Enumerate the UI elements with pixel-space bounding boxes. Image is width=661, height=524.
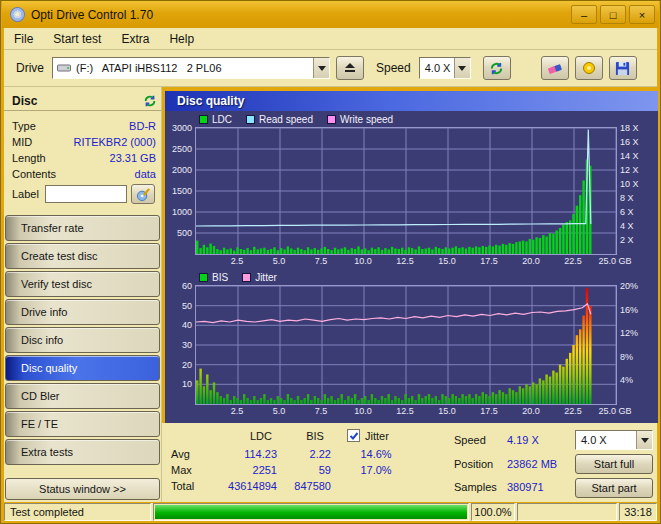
sidebar-item-transfer-rate[interactable]: Transfer rate [5, 215, 160, 241]
disc-pencil-icon [136, 187, 151, 202]
axis-tick: 18 X [620, 123, 639, 133]
maximize-button[interactable]: □ [600, 5, 626, 24]
legend-label: Read speed [259, 114, 313, 125]
axis-tick: 2 X [620, 235, 634, 245]
sidebar-item-fe-te[interactable]: FE / TE [5, 411, 160, 437]
axis-tick: 12.5 [396, 256, 414, 266]
chart-plot-area [195, 127, 617, 255]
options-button[interactable] [575, 56, 603, 80]
disc-length-row: Length 23.31 GB [4, 150, 161, 166]
refresh-disc-button[interactable] [143, 94, 157, 108]
menu-help[interactable]: Help [159, 29, 204, 49]
check-icon [349, 431, 359, 441]
elapsed-time: 33:18 [619, 503, 657, 521]
axis-tick: 1500 [172, 186, 192, 196]
axis-tick: 40 [182, 320, 192, 330]
erase-disc-button[interactable] [541, 56, 569, 80]
axis-tick: 10.0 [354, 406, 372, 416]
axis-tick: 25.0 GB [598, 256, 631, 266]
axis-tick: 30 [182, 340, 192, 350]
start-part-button[interactable]: Start part [575, 478, 653, 498]
write-label-button[interactable] [131, 184, 155, 204]
refresh-drives-button[interactable] [483, 56, 511, 80]
chart-legend: BISJitter [199, 270, 277, 284]
disc-quality-charts: LDCRead speedWrite speed 500100015002000… [165, 111, 658, 423]
sidebar-item-disc-info[interactable]: Disc info [5, 327, 160, 353]
legend-item: Write speed [327, 114, 393, 125]
axis-tick: 7.5 [315, 256, 328, 266]
axis-tick: 20.0 [522, 256, 540, 266]
sidebar-item-extra-tests[interactable]: Extra tests [5, 439, 160, 465]
chevron-down-icon[interactable] [313, 58, 329, 78]
sidebar-item-cd-bler[interactable]: CD Bler [5, 383, 160, 409]
axis-tick: 16% [620, 305, 638, 315]
axis-tick: 4 X [620, 221, 634, 231]
axis-tick: 17.5 [480, 406, 498, 416]
speed-stat-label: Speed [454, 434, 486, 446]
axis-tick: 8% [620, 352, 633, 362]
save-icon [615, 61, 630, 76]
sidebar-item-disc-quality[interactable]: Disc quality [5, 355, 160, 381]
avg-jitter-value: 14.6% [354, 448, 398, 460]
avg-ldc-value: 114.23 [211, 448, 277, 460]
close-button[interactable]: × [629, 5, 655, 24]
mid-label: MID [12, 136, 73, 148]
start-full-button[interactable]: Start full [575, 454, 653, 474]
axis-tick: 20 [182, 360, 192, 370]
speed-label: Speed [376, 61, 411, 75]
status-text: Test completed [4, 503, 151, 521]
sidebar-item-verify-test-disc[interactable]: Verify test disc [5, 271, 160, 297]
toolbar: Drive (F:) ATAPI iHBS112 2 PL06 Speed 4.… [4, 50, 657, 87]
label-label: Label [12, 188, 39, 200]
speed-select-value: 4.0 X [420, 62, 454, 74]
total-ldc-value: 43614894 [211, 480, 277, 492]
axis-tick: 12 X [620, 165, 639, 175]
save-report-button[interactable] [609, 56, 637, 80]
title-bar[interactable]: Opti Drive Control 1.70 – □ × [2, 1, 659, 28]
menu-extra[interactable]: Extra [111, 29, 159, 49]
eraser-icon [547, 60, 563, 76]
eject-button[interactable] [336, 56, 364, 80]
chevron-down-icon[interactable] [454, 58, 470, 78]
minimize-button[interactable]: – [571, 5, 597, 24]
axis-tick: 2000 [172, 165, 192, 175]
quality-speed-select[interactable]: 4.0 X [575, 430, 653, 450]
page-header: Disc quality [165, 91, 658, 111]
chart-legend: LDCRead speedWrite speed [199, 112, 393, 126]
disc-section-header: Disc [4, 91, 161, 111]
disc-header-label: Disc [12, 94, 143, 108]
sidebar-item-create-test-disc[interactable]: Create test disc [5, 243, 160, 269]
axis-tick: 10 [182, 379, 192, 389]
total-bis-value: 847580 [287, 480, 331, 492]
length-value: 23.31 GB [110, 152, 156, 164]
jitter-column-header: Jitter [347, 429, 389, 442]
menu-bar: File Start test Extra Help [4, 28, 657, 50]
chevron-down-icon[interactable] [636, 431, 652, 449]
axis-tick: 20.0 [522, 406, 540, 416]
menu-start-test[interactable]: Start test [43, 29, 111, 49]
axis-tick: 16 X [620, 137, 639, 147]
sidebar-item-drive-info[interactable]: Drive info [5, 299, 160, 325]
axis-tick: 25.0 GB [598, 406, 631, 416]
contents-value[interactable]: data [135, 168, 156, 180]
sidebar: Disc Type BD-R MID RITEKBR2 (000) Length… [4, 87, 162, 502]
axis-tick: 22.5 [564, 256, 582, 266]
statusbar-spacer [517, 503, 617, 521]
menu-file[interactable]: File [4, 29, 43, 49]
jitter-checkbox[interactable] [347, 429, 360, 442]
drive-icon [57, 63, 71, 73]
drive-select-value: (F:) ATAPI iHBS112 2 PL06 [71, 62, 313, 74]
speed-select[interactable]: 4.0 X [419, 57, 471, 79]
app-icon [10, 7, 25, 22]
disc-label-input[interactable] [45, 185, 127, 203]
max-row-label: Max [171, 464, 192, 476]
legend-item: BIS [199, 272, 228, 283]
quality-speed-select-value: 4.0 X [576, 434, 636, 446]
type-label: Type [12, 120, 129, 132]
ldc-column-header: LDC [241, 430, 281, 442]
axis-tick: 2.5 [231, 256, 244, 266]
drive-select[interactable]: (F:) ATAPI iHBS112 2 PL06 [52, 57, 330, 79]
app-window: Opti Drive Control 1.70 – □ × File Start… [0, 0, 661, 524]
refresh-icon [489, 61, 504, 76]
status-window-button[interactable]: Status window >> [5, 478, 160, 500]
